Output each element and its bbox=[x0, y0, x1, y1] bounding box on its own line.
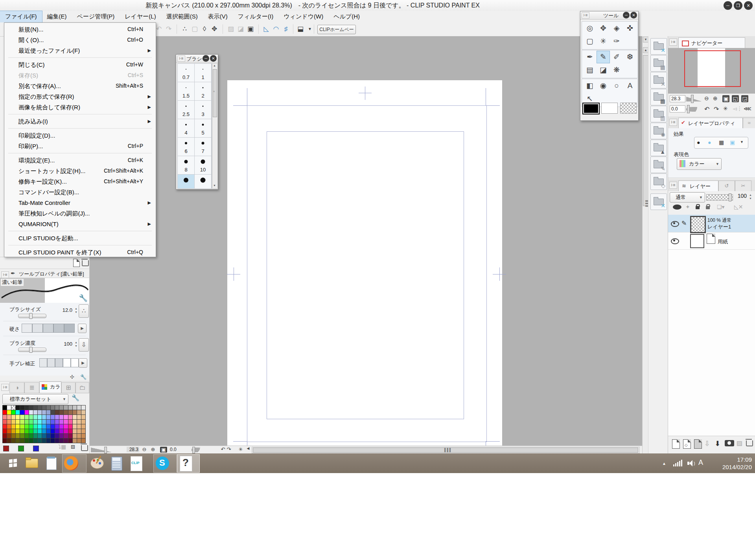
color-swatch-r4c12[interactable] bbox=[55, 424, 59, 429]
color-swatch-r2c3[interactable] bbox=[16, 415, 20, 419]
color-swatch-r7c17[interactable] bbox=[77, 438, 81, 443]
layer-thumbnail[interactable] bbox=[690, 216, 706, 233]
color-swatch-r0c14[interactable] bbox=[64, 405, 68, 410]
color-swatch-r7c15[interactable] bbox=[68, 438, 72, 443]
color-swatch-r1c18[interactable] bbox=[81, 410, 85, 414]
expression-color-combo[interactable]: カラー ▼ bbox=[677, 158, 722, 170]
color-swatch-r0c1[interactable] bbox=[7, 405, 11, 410]
color-swatch-r1c3[interactable] bbox=[16, 410, 20, 414]
color-swatch-r0c10[interactable] bbox=[46, 405, 50, 410]
blend-tool[interactable]: ❋ bbox=[610, 64, 623, 76]
color-swatch-r7c13[interactable] bbox=[59, 438, 63, 443]
color-swatch-r7c4[interactable] bbox=[20, 438, 24, 443]
reset-settings-icon[interactable]: ✣ bbox=[70, 374, 74, 380]
add-subtool-icon[interactable] bbox=[73, 259, 80, 267]
notepad[interactable] bbox=[42, 454, 61, 473]
zoom-in-icon[interactable]: ⊕ bbox=[149, 446, 157, 452]
hand-tool[interactable]: ✥ bbox=[597, 22, 610, 34]
color-swatch-r4c13[interactable] bbox=[59, 424, 63, 429]
color-swatch-r0c13[interactable] bbox=[59, 405, 63, 410]
color-swatch-r4c1[interactable] bbox=[7, 424, 11, 429]
color-swatch-r7c3[interactable] bbox=[16, 438, 20, 443]
color-swatch-r7c8[interactable] bbox=[38, 438, 42, 443]
color-swatch-r3c5[interactable] bbox=[25, 420, 29, 424]
color-swatch-r6c16[interactable] bbox=[73, 434, 77, 438]
color-swatch-r1c11[interactable] bbox=[51, 410, 55, 414]
snap-ruler-icon[interactable]: ◺ bbox=[261, 24, 271, 34]
color-swatch-r1c7[interactable] bbox=[33, 410, 37, 414]
color-swatch-r4c18[interactable] bbox=[81, 424, 85, 429]
navigator-zoom-out-icon[interactable]: ⊖ bbox=[704, 95, 709, 101]
color-swatch-r1c6[interactable] bbox=[29, 410, 33, 414]
navigator-rotate-right-icon[interactable]: ↷ bbox=[714, 105, 719, 113]
clip-studio-paint[interactable]: ? bbox=[177, 454, 200, 473]
brush-size-2.5[interactable]: 2.5 bbox=[178, 101, 195, 119]
tab-intermediate-color[interactable]: ⊞ bbox=[61, 382, 76, 393]
navigator-zoom-value[interactable]: 28.3 bbox=[670, 95, 685, 102]
file-menu-item[interactable]: 別名で保存(A)...Shift+Alt+S bbox=[4, 81, 156, 91]
opacity-value[interactable]: 100 bbox=[734, 193, 747, 199]
start-button[interactable] bbox=[3, 454, 23, 473]
color-swatch-r5c4[interactable] bbox=[20, 429, 24, 433]
brush-size-slider[interactable] bbox=[18, 314, 46, 318]
canvas-area[interactable]: 28.3 ⊖ ⊕ ▣ 0.0 ↶ ↷ ✳ ◀ ▐▐▐ ▶ bbox=[89, 36, 648, 453]
color-swatch-r6c18[interactable] bbox=[81, 434, 85, 438]
color-swatch-r3c1[interactable] bbox=[7, 420, 11, 424]
stabilization-expand-icon[interactable]: ▶ bbox=[79, 358, 87, 368]
color-swatch-r5c3[interactable] bbox=[16, 429, 20, 433]
color-swatch-r2c9[interactable] bbox=[42, 415, 46, 419]
effect-draft-icon[interactable]: ● bbox=[697, 139, 700, 146]
new-folder-icon[interactable] bbox=[694, 439, 702, 449]
color-swatch-r3c2[interactable] bbox=[11, 420, 15, 424]
brush-size-0.7[interactable]: 0.7 bbox=[178, 64, 195, 82]
file-menu-item[interactable]: CLIP STUDIOを起動... bbox=[4, 233, 156, 243]
tab-layer-extra[interactable]: ✂ bbox=[735, 181, 751, 192]
tab-layer[interactable]: ≋ レイヤー bbox=[678, 181, 718, 192]
color-swatch-r6c14[interactable] bbox=[64, 434, 68, 438]
color-swatch-r7c7[interactable] bbox=[33, 438, 37, 443]
brush-size-large[interactable] bbox=[195, 175, 212, 189]
text-tool[interactable]: A bbox=[624, 80, 636, 92]
color-swatch-r0c9[interactable] bbox=[42, 405, 46, 410]
navigator-rotate-value[interactable]: 0.0 bbox=[670, 105, 685, 112]
tab-color-history[interactable]: 🗀 bbox=[76, 382, 89, 393]
navigator-flip-vertical-icon[interactable]: ◲ bbox=[741, 95, 748, 102]
pencil-tool[interactable]: ✎ bbox=[597, 51, 610, 63]
stabilization-level-5[interactable] bbox=[71, 358, 79, 367]
scroll-down-icon[interactable]: ▼ bbox=[213, 184, 216, 188]
brush-size-5[interactable]: 5 bbox=[195, 119, 212, 138]
color-swatch-r0c11[interactable] bbox=[51, 405, 55, 410]
color-swatch-r1c0[interactable] bbox=[3, 410, 7, 414]
color-swatch-r3c10[interactable] bbox=[46, 420, 50, 424]
color-swatch-r6c5[interactable] bbox=[25, 434, 29, 438]
color-swatch-r1c5[interactable] bbox=[25, 410, 29, 414]
brush-size-6[interactable]: 6 bbox=[178, 138, 195, 156]
tab-extra[interactable]: ≈ bbox=[743, 118, 755, 129]
reselect-icon[interactable]: ▢ bbox=[190, 24, 199, 34]
color-swatch-r2c13[interactable] bbox=[59, 415, 63, 419]
color-swatch-r2c8[interactable] bbox=[38, 415, 42, 419]
color-swatch-r4c10[interactable] bbox=[46, 424, 50, 429]
swatch-slot-red[interactable] bbox=[3, 446, 9, 451]
color-swatch-r2c15[interactable] bbox=[68, 415, 72, 419]
layer-visible-icon[interactable] bbox=[671, 238, 679, 244]
stabilization-level-4[interactable] bbox=[63, 358, 71, 367]
brush-size-7[interactable]: 7 bbox=[195, 138, 212, 156]
color-swatch-r0c15[interactable] bbox=[68, 405, 72, 410]
vertical-scrollbar-thumb[interactable]: ▐▐▐ bbox=[643, 55, 648, 206]
paint[interactable] bbox=[88, 454, 106, 473]
color-swatch-r5c15[interactable] bbox=[68, 429, 72, 433]
main-color-swatch[interactable] bbox=[582, 103, 600, 114]
navigator-reset-rotate-icon[interactable]: ⋘ bbox=[744, 105, 751, 112]
color-swatch-r0c0[interactable] bbox=[3, 405, 7, 410]
brush-size-source-icon[interactable]: ∴ bbox=[79, 304, 89, 318]
color-swatch-r5c13[interactable] bbox=[59, 429, 63, 433]
dock-3d[interactable]: ◇ bbox=[650, 173, 667, 190]
stabilization-level-2[interactable] bbox=[47, 358, 55, 367]
file-menu-item[interactable]: 新規(N)...Ctrl+N bbox=[4, 24, 156, 35]
palette-menu-icon[interactable]: ⊦≡ bbox=[669, 119, 677, 126]
color-swatch-r0c3[interactable] bbox=[16, 405, 20, 410]
decoration-tool[interactable]: ▤ bbox=[584, 64, 596, 76]
skype[interactable]: S bbox=[153, 454, 177, 473]
file-menu-item[interactable]: 開く(O)...Ctrl+O bbox=[4, 35, 156, 45]
